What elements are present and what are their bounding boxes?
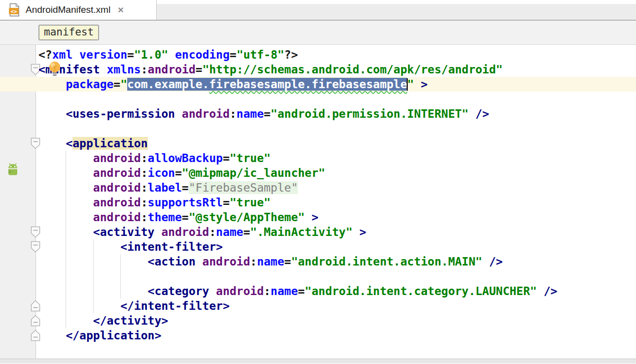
code-token: name [237,107,264,120]
code-line[interactable]: <uses-permission android:name="android.p… [38,106,636,121]
code-token [196,255,203,268]
code-line[interactable]: </activity> [38,313,636,328]
xml-file-icon: <> [8,3,21,17]
code-token: theme [148,211,182,224]
code-line[interactable]: <intent-filter> [38,239,636,254]
code-token: android [161,226,209,238]
code-token [482,255,489,268]
code-token [537,285,544,298]
code-token [209,285,216,298]
code-line[interactable]: android:icon="@mipmap/ic_launcher" [38,165,636,180]
code-token: : [250,255,257,268]
code-token: < [66,137,72,150]
code-line[interactable] [38,269,636,284]
code-line[interactable]: android:allowBackup="true" [38,151,636,165]
code-token: : [141,166,148,179]
code-token: <activity [93,226,155,238]
code-token: <action [148,255,196,268]
code-token: /> [489,255,503,268]
code-token: "android.intent.category.LAUNCHER" [305,285,537,298]
code-token: "utf-8" [237,48,284,61]
code-line[interactable] [38,343,636,358]
code-token: name [271,285,298,298]
code-token: </application> [66,329,161,342]
code-token: : [141,63,148,76]
code-line[interactable]: <application [38,136,636,151]
code-token: = [127,48,134,61]
code-line[interactable]: <?xml version="1.0" encoding="utf-8"?> [38,47,636,62]
code-token: : [141,152,148,165]
code-token [468,107,475,120]
code-line[interactable]: android:theme="@style/AppTheme" > [38,210,636,225]
code-token: "@mipmap/ic_launcher" [182,166,325,179]
code-token: : [264,285,271,298]
code-token: > [359,226,366,238]
code-token: application [72,137,147,150]
code-area[interactable]: <?xml version="1.0" encoding="utf-8"?><m… [36,45,636,359]
intention-lightbulb-icon[interactable] [48,61,62,79]
breadcrumb-item-manifest[interactable]: manifest [38,25,99,40]
code-token: " [407,78,414,91]
code-token: > [421,78,428,91]
code-token: android [202,255,250,268]
code-line[interactable]: android:label="FirebaseSample" [38,180,636,195]
code-token: <uses-permission [66,107,175,120]
code-token [72,48,79,61]
code-token: package [66,78,113,91]
editor-tab-bar: <> AndroidManifest.xml ✕ [0,0,636,21]
code-token: "true" [230,196,271,209]
code-token: android [93,181,141,194]
code-token: "1.0" [134,48,168,61]
code-token: : [230,107,237,120]
code-token: icon [148,166,175,179]
code-token: = [196,63,203,76]
code-token [38,255,148,268]
code-token: "http://schemas.android.com/apk/res/andr… [202,63,502,76]
code-token: = [113,78,120,91]
code-token [38,299,120,312]
code-token: android [93,166,141,179]
ide-window: <> AndroidManifest.xml ✕ manifest <?xml … [0,0,636,364]
code-token: = [223,152,230,165]
code-line[interactable] [38,121,636,136]
code-token [168,48,175,61]
tab-title: AndroidManifest.xml [26,4,110,15]
gutter-icon-column [0,45,36,359]
breadcrumb-bar: manifest [0,21,636,45]
code-token: : [209,226,216,238]
code-token: android [93,196,141,209]
code-token: : [141,196,148,209]
code-token: "true" [230,152,271,165]
code-token: allowBackup [148,152,223,165]
code-line[interactable]: <activity android:name=".MainActivity" > [38,225,636,239]
code-line[interactable]: android:supportsRtl="true" [38,195,636,210]
code-token: xmlns [106,63,141,76]
code-token: encoding [175,48,230,61]
selected-text: firebasesample.firebasesample [209,78,407,91]
tab-androidmanifest[interactable]: <> AndroidManifest.xml ✕ [0,0,157,20]
android-robot-icon[interactable] [5,163,20,177]
code-line[interactable]: package="com.example.firebasesample.fire… [38,77,636,92]
code-token: > [312,211,318,224]
code-token: android [93,211,141,224]
code-line[interactable]: <category android:name="android.intent.c… [38,284,636,298]
editor[interactable]: <?xml version="1.0" encoding="utf-8"?><m… [0,45,636,359]
code-token: : [141,211,148,224]
code-token: label [148,181,182,194]
tab-close-icon[interactable]: ✕ [117,5,124,15]
code-token: android [93,152,141,165]
code-line[interactable]: </application> [38,328,636,343]
code-line[interactable]: <action android:name="android.intent.act… [38,254,636,269]
code-line[interactable]: </intent-filter> [38,298,636,313]
code-token: = [182,181,189,194]
code-line[interactable]: <manifest xmlns:android="http://schemas.… [38,62,636,77]
svg-text:<>: <> [10,8,17,15]
code-token: <category [148,285,210,298]
code-token [100,63,107,76]
code-line[interactable] [38,92,636,106]
code-token [38,196,93,209]
code-token: android [216,285,264,298]
code-token [175,107,182,120]
status-strip [0,359,636,364]
code-token: <intent-filter> [120,240,223,253]
